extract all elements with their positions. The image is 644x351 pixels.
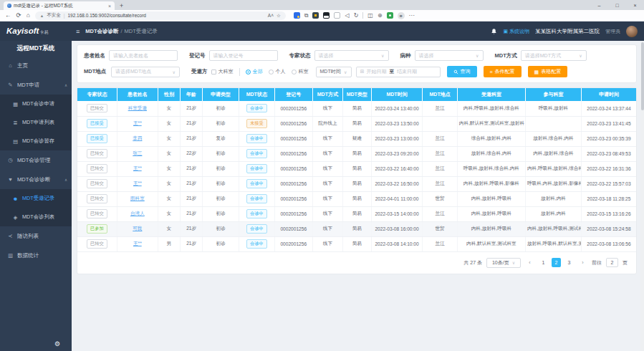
sidebar-item-follow-up-list[interactable]: ≺随访列表 bbox=[0, 226, 72, 246]
copy-extension-icon[interactable]: ⧉ bbox=[304, 13, 309, 19]
breadcrumb-current: MDT受邀记录 bbox=[125, 28, 158, 34]
extension-icon[interactable] bbox=[334, 12, 340, 19]
media-control-icon[interactable]: ◁ bbox=[345, 13, 349, 19]
split-screen-icon[interactable]: ◫ bbox=[367, 13, 373, 19]
breadcrumb-parent[interactable]: MDT会诊诊断 bbox=[85, 28, 118, 34]
page-button-1[interactable]: 1 bbox=[539, 258, 548, 267]
favorites-hub-icon[interactable]: ⊕ bbox=[378, 13, 383, 19]
condition-config-button[interactable]: ≡条件配置 bbox=[484, 66, 522, 77]
mdt-status-badge: 会诊中 bbox=[246, 149, 267, 158]
home-icon: ⌂ bbox=[7, 62, 14, 69]
page-size-select[interactable]: 10条/页∨ bbox=[486, 258, 521, 268]
column-header: MDT类型 bbox=[342, 88, 371, 101]
sidebar-item-mdt-apply[interactable]: ✎MDT申请∧ bbox=[0, 75, 72, 95]
sidebar-item-data-stats[interactable]: ▥数据统计 bbox=[0, 246, 72, 265]
page-buttons: 123 bbox=[539, 258, 574, 267]
browser-menu-icon[interactable]: ⋯ bbox=[409, 13, 415, 19]
invitee-label: 受邀方 bbox=[191, 68, 208, 75]
window-close-button[interactable]: × bbox=[626, 3, 644, 8]
url-text[interactable]: 192.168.0.156:9002/consultate/record bbox=[67, 13, 264, 18]
address-bar[interactable]: ▲ 不安全 | 192.168.0.156:9002/consultate/re… bbox=[35, 11, 286, 20]
user-avatar[interactable] bbox=[626, 26, 638, 37]
time-type-select[interactable]: MDT时间∨ bbox=[316, 67, 352, 77]
patient-name-link[interactable]: 王** bbox=[133, 165, 142, 170]
dept-checkbox-label[interactable]: 大科室 bbox=[218, 68, 234, 75]
patient-name-input[interactable]: 请输入患者姓名 bbox=[109, 50, 178, 61]
patient-name-link[interactable]: 王** bbox=[133, 241, 142, 246]
page-button-3[interactable]: 3 bbox=[564, 258, 574, 267]
home-icon[interactable]: ⌂ bbox=[27, 12, 30, 19]
radio-personal[interactable]: 个人 bbox=[269, 68, 286, 75]
table-config-button[interactable]: ▦表格配置 bbox=[528, 66, 568, 77]
sidebar-item-mdt-apply-list[interactable]: ≣MDT申请列表 bbox=[0, 113, 72, 132]
extension-icon[interactable] bbox=[312, 12, 319, 19]
extension-icon[interactable] bbox=[294, 12, 300, 19]
tab-favicon-icon bbox=[7, 4, 11, 8]
main-content: 患者姓名请输入患者姓名登记号请输入登记号专家状态请选择∨病种请选择∨MDT方式请… bbox=[72, 41, 644, 351]
expert-status-badge: 已接受 bbox=[87, 119, 107, 128]
sidebar-item-mdt-apply-form[interactable]: ▦MDT会诊申请 bbox=[0, 95, 72, 113]
table-row: 已转交台湾人女21岁初诊会诊中0002001256线下简易2022-03-15 … bbox=[77, 206, 636, 221]
back-icon[interactable]: ← bbox=[5, 12, 11, 19]
prev-page-button[interactable]: ‹ bbox=[525, 258, 534, 267]
system-title: 远程MDT系统 bbox=[0, 41, 72, 56]
tab-close-icon[interactable]: × bbox=[108, 4, 111, 9]
sidebar-item-mdt-manage[interactable]: ◷MDT会诊管理 bbox=[0, 150, 72, 170]
page-button-2[interactable]: 2 bbox=[552, 258, 561, 267]
expert-status-select[interactable]: 请选择∨ bbox=[314, 50, 389, 61]
patient-name-link[interactable]: 图科室 bbox=[130, 196, 145, 201]
patient-name-link[interactable]: 王** bbox=[133, 181, 142, 186]
date-range-picker[interactable]: ⊞ 开始日期 至 结束日期 bbox=[356, 67, 441, 77]
read-aloud-icon[interactable]: A˄ bbox=[268, 13, 274, 18]
settings-gear-icon[interactable]: ⚙ bbox=[54, 340, 60, 347]
extension-icon[interactable] bbox=[387, 12, 393, 19]
browser-tab[interactable]: mdt受邀记录 - 远程MDT系统 × bbox=[4, 1, 115, 10]
dept-checkbox[interactable] bbox=[211, 69, 216, 74]
goto-page-input[interactable]: 2 bbox=[606, 258, 618, 267]
scrollbar-thumb[interactable] bbox=[641, 42, 644, 110]
table-row: 已转交王**女21岁初诊会诊中0002001256线下简易2022-03-22 … bbox=[77, 161, 636, 176]
pagination: 共 27 条 10条/页∨ ‹ 123 › 前往 2 页 bbox=[77, 252, 636, 270]
patient-name-link[interactable]: 科室受邀 bbox=[128, 105, 147, 110]
patient-name-link[interactable]: 可我 bbox=[133, 226, 142, 231]
table-body: 已转交科室受邀女21岁初诊会诊中0002001256线下简易2022-03-24… bbox=[77, 101, 636, 251]
new-tab-button[interactable]: + bbox=[120, 1, 123, 10]
extension-icon[interactable] bbox=[323, 12, 330, 19]
sidebar-item-mdt-apply-draft[interactable]: ▤MDT会诊暂存 bbox=[0, 132, 72, 150]
header-right: ▣系统说明 某某医科大学附属第二医院 管理员 bbox=[491, 26, 644, 37]
browser-profile-icon[interactable]: ☻ bbox=[398, 12, 405, 19]
radio-all[interactable]: 全部 bbox=[246, 68, 263, 75]
system-help-link[interactable]: ▣系统说明 bbox=[503, 28, 529, 35]
chevron-down-icon: ∨ bbox=[379, 53, 384, 58]
column-header: MDT状态 bbox=[239, 88, 274, 101]
patient-name-link[interactable]: 台湾人 bbox=[130, 211, 145, 216]
search-button[interactable]: 查询 bbox=[447, 66, 477, 77]
mdt-status-badge: 会诊中 bbox=[246, 164, 267, 173]
sidebar-item-mdt-invite-record[interactable]: ☻MDT受邀记录 bbox=[0, 189, 72, 208]
disease-select[interactable]: 请选择∨ bbox=[415, 50, 484, 61]
notification-bell-icon[interactable] bbox=[491, 28, 497, 35]
window-maximize-button[interactable]: □ bbox=[608, 3, 626, 8]
mdt-location-label: MDT地点 bbox=[84, 68, 107, 75]
window-minimize-button[interactable]: – bbox=[590, 3, 608, 8]
patient-name-link[interactable]: 李四 bbox=[133, 135, 142, 140]
sidebar-item-home[interactable]: ⌂主页 bbox=[0, 56, 72, 75]
patient-name-link[interactable]: 张三 bbox=[133, 150, 142, 155]
collections-icon[interactable]: ↻ bbox=[354, 13, 359, 19]
next-page-button[interactable]: › bbox=[578, 258, 587, 267]
radio-department[interactable]: 科室 bbox=[292, 68, 309, 75]
refresh-icon[interactable]: ⟳ bbox=[16, 12, 21, 19]
scrollbar[interactable] bbox=[640, 41, 644, 351]
sidebar-item-mdt-consult-list[interactable]: ◈MDT会诊列表 bbox=[0, 208, 72, 226]
security-label[interactable]: 不安全 bbox=[47, 12, 61, 19]
register-no-input[interactable]: 请输入登记号 bbox=[209, 50, 278, 61]
sidebar-item-mdt-diagnosis[interactable]: ♥MDT会诊诊断∧ bbox=[0, 170, 72, 189]
mdt-location-select[interactable]: 请选择MDT地点∨ bbox=[111, 67, 180, 77]
favorite-star-icon[interactable]: ☆ bbox=[277, 13, 281, 19]
column-header: 参与科室 bbox=[525, 88, 581, 101]
patient-name-link[interactable]: 王** bbox=[133, 120, 142, 125]
chevron-up-icon: ∧ bbox=[64, 178, 67, 182]
sidebar-collapse-icon[interactable]: ≡ bbox=[76, 28, 80, 35]
sidebar-menu: ⌂主页✎MDT申请∧▦MDT会诊申请≣MDT申请列表▤MDT会诊暂存◷MDT会诊… bbox=[0, 56, 72, 265]
mdt-mode-select[interactable]: 请选择MDT方式∨ bbox=[521, 50, 587, 61]
